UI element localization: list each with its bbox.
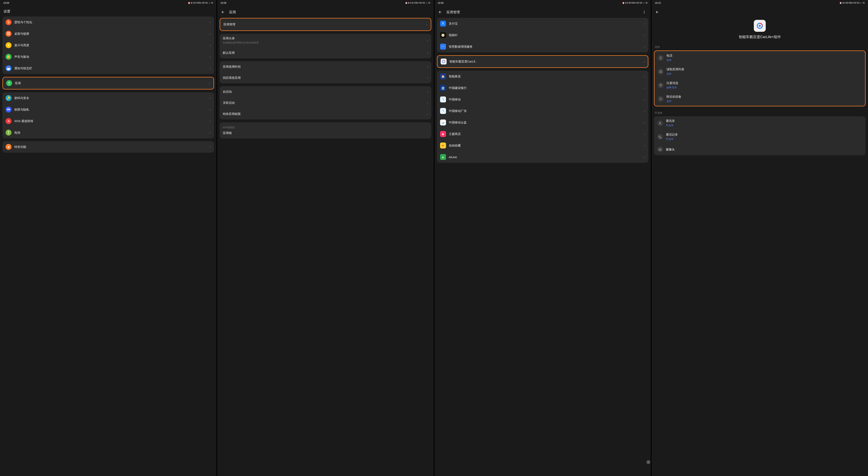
row-battery[interactable]: 🔋电池› xyxy=(2,127,214,138)
status-bar: 18:09 ⏰ ⧗ 0.01 KB/s HD 5G ⫽ 41 xyxy=(217,0,434,6)
call-icon xyxy=(657,134,663,140)
app-row-cloud[interactable]: ☁中国移动云盘› xyxy=(437,117,649,128)
chevron-right-icon: › xyxy=(210,32,211,36)
svg-rect-10 xyxy=(661,72,662,73)
favorites-icon: ★ xyxy=(440,142,446,149)
arrow-left-icon xyxy=(655,10,659,14)
contacts-icon xyxy=(657,120,663,126)
row-usage-time[interactable]: 应用使用时间› xyxy=(220,61,431,72)
app-detail-title: 智能车载百度CarLife+组件 xyxy=(739,35,781,39)
row-special-permissions[interactable]: 特殊应用权限› xyxy=(220,108,431,120)
back-button[interactable] xyxy=(220,9,226,15)
app-row-cmgd[interactable]: 〽中国移动广东› xyxy=(437,105,649,117)
perm-row-camera[interactable]: 摄像头 xyxy=(654,144,866,155)
row-password-security[interactable]: 🔑密码与安全› xyxy=(2,92,214,104)
more-vertical-icon xyxy=(643,10,646,14)
app-row-ccb[interactable]: 🏦中国建设银行› xyxy=(437,82,649,94)
row-desktop-lock[interactable]: 🖼桌面与锁屏› xyxy=(2,28,214,39)
app-row-aiunit[interactable]: ▲AIUnit› xyxy=(437,151,649,163)
row-default-apps[interactable]: 默认应用› xyxy=(220,47,431,58)
chevron-right-icon: › xyxy=(644,155,645,159)
chevron-right-icon: › xyxy=(643,60,645,64)
bank-icon: 🏦 xyxy=(440,85,446,91)
chevron-right-icon: › xyxy=(210,145,211,149)
row-app-management[interactable]: 应用管理› xyxy=(220,19,431,30)
app-row-favorites[interactable]: ★自由收藏› xyxy=(437,140,649,151)
suggestion-card: 你可能想找: 应用锁 xyxy=(220,122,431,138)
app-list-upper: 支支付宝› 🧭指南针› 〰智慧数据增强服务› xyxy=(437,18,649,53)
settings-group-appearance: 🎨壁纸与个性化› 🖼桌面与锁屏› ☀显示与亮度› 🔔声音与振动› 📩通知与状态栏… xyxy=(2,17,214,74)
row-display-brightness[interactable]: ☀显示与亮度› xyxy=(2,39,214,51)
svg-rect-9 xyxy=(660,72,660,73)
suggestion-item[interactable]: 应用锁 xyxy=(223,131,428,135)
row-notifications[interactable]: 📩通知与状态栏› xyxy=(2,63,214,74)
permissions-denied: 通讯录不允许 通话记录不允许 摄像头 xyxy=(654,116,866,155)
chevron-right-icon: › xyxy=(427,90,428,94)
chevron-right-icon: › xyxy=(427,38,428,43)
row-apps[interactable]: ⠿应用› xyxy=(3,77,214,89)
row-associated-start[interactable]: 关联启动› xyxy=(220,97,431,108)
perm-row-phone[interactable]: 电话允许 xyxy=(654,51,865,65)
svg-point-0 xyxy=(644,11,645,11)
chevron-right-icon: › xyxy=(427,101,428,105)
arrow-left-icon xyxy=(438,10,442,14)
row-app-clone[interactable]: 应用分身在桌面生成可同时运行的分身应用› xyxy=(220,34,431,47)
page-title: 设置 xyxy=(4,9,10,14)
chevron-right-icon: › xyxy=(210,20,211,24)
chevron-right-icon: › xyxy=(644,86,645,90)
perm-row-calllog[interactable]: 通话记录不允许 xyxy=(654,130,866,144)
row-sos[interactable]: ✳SOS 紧急联络› xyxy=(2,115,214,127)
pin-icon xyxy=(658,83,664,88)
row-wallpaper[interactable]: 🎨壁纸与个性化› xyxy=(2,17,214,28)
app-row-cm[interactable]: 〽中国移动› xyxy=(437,94,649,105)
back-button[interactable] xyxy=(437,9,443,15)
palette-icon: 🎨 xyxy=(6,19,11,25)
chevron-right-icon: › xyxy=(210,43,211,47)
app-detail-header: 智能车载百度CarLife+组件 xyxy=(654,18,866,43)
app-row-alipay[interactable]: 支支付宝› xyxy=(437,18,649,29)
app-row-theme[interactable]: ◆主题商店› xyxy=(437,128,649,140)
panel-app-management: 18:09 ⏰ ⧗ 0.00 KB/s HD 5G ⫽ 41 应用管理 支支付宝… xyxy=(434,0,651,476)
row-privacy[interactable]: 🕶权限与隐私› xyxy=(2,104,214,115)
page-title: 应用 xyxy=(229,10,236,14)
chevron-right-icon: › xyxy=(427,76,428,80)
status-indicators: ⏰ ⧗ 0.01 KB/s HD 5G ⫽ 41 xyxy=(405,2,431,4)
chevron-right-icon: › xyxy=(644,97,645,102)
devices-icon xyxy=(658,96,664,102)
perm-row-location[interactable]: 位置信息始终允许 xyxy=(654,78,865,92)
app-row-compass[interactable]: 🧭指南针› xyxy=(437,29,649,41)
carlife-icon xyxy=(756,23,763,29)
svg-rect-8 xyxy=(661,70,662,71)
header: 设置 xyxy=(0,6,216,17)
svg-rect-13 xyxy=(659,149,661,151)
row-special-features[interactable]: ★特色功能› xyxy=(2,141,214,153)
perm-row-applist[interactable]: 读取应用列表允许 xyxy=(654,65,865,78)
perm-row-contacts[interactable]: 通讯录不允许 xyxy=(654,116,866,130)
app-row-carlife[interactable]: 智能车载百度CarLif..› xyxy=(437,56,648,67)
svg-point-2 xyxy=(644,13,645,13)
settings-group-apps-highlighted: ⠿应用› xyxy=(2,77,214,90)
header: 应用 xyxy=(217,6,434,18)
app-row-smarthome[interactable]: 🏠智能家居› xyxy=(437,71,649,82)
chevron-right-icon: › xyxy=(426,23,428,27)
perm-row-nearby[interactable]: 附近的设备允许 xyxy=(654,92,865,106)
status-indicators: ⏰ ⧗ 0.00 KB/s HD 5G ⫽ 41 xyxy=(622,2,648,4)
chevron-right-icon: › xyxy=(210,66,211,70)
shield-icon: 🕶 xyxy=(6,106,11,113)
arrow-left-icon xyxy=(221,10,225,14)
chevron-right-icon: › xyxy=(644,74,645,78)
status-time: 18:09 xyxy=(220,2,226,4)
app-carlife-highlighted: 智能车载百度CarLif..› xyxy=(437,55,649,68)
more-button[interactable] xyxy=(641,9,647,15)
svg-point-14 xyxy=(660,149,660,150)
row-restore-system-apps[interactable]: 找回系统应用› xyxy=(220,72,431,83)
app-row-smartdata[interactable]: 〰智慧数据增强服务› xyxy=(437,41,649,53)
back-button[interactable] xyxy=(654,9,660,15)
carlife-icon xyxy=(441,59,446,65)
star-icon: ★ xyxy=(6,144,11,150)
chevron-right-icon: › xyxy=(644,109,645,113)
chinamobile-gd-icon: 〽 xyxy=(440,108,446,114)
compass-icon: 🧭 xyxy=(440,32,446,38)
row-sound-vibration[interactable]: 🔔声音与振动› xyxy=(2,51,214,63)
row-autostart[interactable]: 自启动› xyxy=(220,86,431,97)
